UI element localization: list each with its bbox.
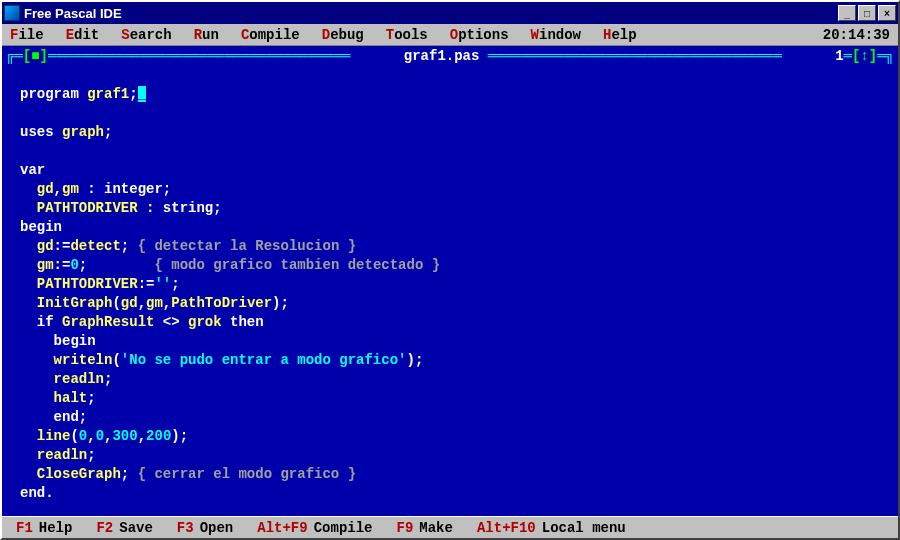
menu-edit[interactable]: Edit: [66, 27, 100, 43]
menu-options[interactable]: Options: [450, 27, 509, 43]
status-key-f9[interactable]: F9: [397, 520, 414, 536]
window-title: Free Pascal IDE: [24, 6, 836, 21]
editor-workspace: ╔═[■]═══════════════════════════════════…: [2, 46, 898, 516]
status-key-altf9[interactable]: Alt+F9: [257, 520, 307, 536]
close-button[interactable]: ×: [878, 5, 896, 21]
titlebar: Free Pascal IDE _ □ ×: [2, 2, 898, 24]
status-label-open: Open: [200, 520, 234, 536]
status-label-save: Save: [119, 520, 153, 536]
editor-filename: graf1.pas: [404, 48, 480, 64]
status-label-compile: Compile: [314, 520, 373, 536]
menu-window[interactable]: Window: [531, 27, 581, 43]
app-icon: [4, 5, 20, 21]
maximize-button[interactable]: □: [858, 5, 876, 21]
menu-debug[interactable]: Debug: [322, 27, 364, 43]
status-label-make: Make: [419, 520, 453, 536]
menu-tools[interactable]: Tools: [386, 27, 428, 43]
minimize-button[interactable]: _: [838, 5, 856, 21]
status-key-f3[interactable]: F3: [177, 520, 194, 536]
status-key-f2[interactable]: F2: [96, 520, 113, 536]
statusbar: F1Help F2Save F3Open Alt+F9Compile F9Mak…: [2, 516, 898, 538]
code-editor[interactable]: program graf1;_ uses graph; var gd,gm : …: [2, 66, 898, 516]
status-label-localmenu: Local menu: [542, 520, 626, 536]
menu-file[interactable]: File: [10, 27, 44, 43]
app-window: Free Pascal IDE _ □ × File Edit Search R…: [0, 0, 900, 540]
clock: 20:14:39: [823, 27, 890, 43]
menubar: File Edit Search Run Compile Debug Tools…: [2, 24, 898, 46]
status-key-altf10[interactable]: Alt+F10: [477, 520, 536, 536]
menu-compile[interactable]: Compile: [241, 27, 300, 43]
menu-search[interactable]: Search: [121, 27, 171, 43]
menu-run[interactable]: Run: [194, 27, 219, 43]
menu-help[interactable]: Help: [603, 27, 637, 43]
status-key-f1[interactable]: F1: [16, 520, 33, 536]
text-cursor: _: [138, 86, 146, 102]
editor-frame-top: ╔═[■]═══════════════════════════════════…: [2, 46, 898, 66]
status-label-help: Help: [39, 520, 73, 536]
